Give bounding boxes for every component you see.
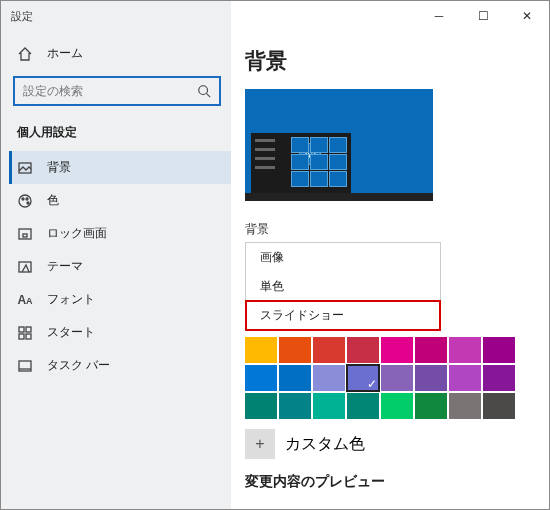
sidebar-item-label: タスク バー: [47, 357, 110, 374]
dropdown-option-image[interactable]: 画像: [246, 243, 440, 272]
color-swatch[interactable]: [279, 365, 311, 391]
start-icon: [17, 325, 33, 341]
sidebar-item-label: 色: [47, 192, 59, 209]
color-swatch[interactable]: [381, 365, 413, 391]
color-swatch[interactable]: [449, 365, 481, 391]
svg-rect-9: [19, 327, 24, 332]
picture-icon: [17, 160, 33, 176]
sidebar-item-background[interactable]: 背景: [9, 151, 231, 184]
sidebar-item-lockscreen[interactable]: ロック画面: [9, 217, 231, 250]
search-box[interactable]: [13, 76, 221, 106]
desktop-preview: Aa: [245, 89, 433, 201]
color-swatch[interactable]: [415, 365, 447, 391]
color-swatch[interactable]: [347, 365, 379, 391]
color-swatch[interactable]: [245, 337, 277, 363]
color-swatch[interactable]: [313, 337, 345, 363]
color-swatch[interactable]: [347, 393, 379, 419]
color-palette: [245, 337, 543, 419]
svg-point-0: [198, 86, 207, 95]
lock-icon: [17, 226, 33, 242]
color-swatch[interactable]: [483, 393, 515, 419]
plus-icon[interactable]: +: [245, 429, 275, 459]
search-input[interactable]: [23, 84, 196, 98]
sidebar-item-label: ロック画面: [47, 225, 107, 242]
taskbar-icon: [17, 358, 33, 374]
color-swatch[interactable]: [279, 337, 311, 363]
home-label: ホーム: [47, 45, 83, 62]
svg-rect-10: [26, 327, 31, 332]
custom-color-row[interactable]: + カスタム色: [245, 429, 543, 459]
svg-point-5: [27, 202, 29, 204]
background-label: 背景: [245, 221, 543, 238]
color-swatch[interactable]: [313, 365, 345, 391]
svg-rect-12: [26, 334, 31, 339]
svg-rect-11: [19, 334, 24, 339]
sidebar-item-label: テーマ: [47, 258, 83, 275]
color-swatch[interactable]: [347, 337, 379, 363]
sidebar-item-label: 背景: [47, 159, 71, 176]
svg-rect-7: [23, 234, 27, 237]
page-title: 背景: [245, 47, 543, 75]
home-link[interactable]: ホーム: [9, 39, 231, 68]
color-swatch[interactable]: [415, 337, 447, 363]
custom-color-label: カスタム色: [285, 434, 365, 455]
color-swatch[interactable]: [381, 393, 413, 419]
sidebar-item-label: スタート: [47, 324, 95, 341]
color-swatch[interactable]: [245, 393, 277, 419]
svg-point-3: [22, 198, 24, 200]
color-swatch[interactable]: [415, 393, 447, 419]
background-dropdown[interactable]: 画像 単色 スライドショー: [245, 242, 441, 331]
window-title: 設定: [11, 9, 33, 24]
color-swatch[interactable]: [483, 365, 515, 391]
sidebar-item-taskbar[interactable]: タスク バー: [9, 349, 231, 382]
color-swatch[interactable]: [483, 337, 515, 363]
color-swatch[interactable]: [449, 337, 481, 363]
dropdown-option-solid[interactable]: 単色: [246, 272, 440, 301]
color-swatch[interactable]: [381, 337, 413, 363]
sidebar: ホーム 個人用設定 背景 色 ロック画面 テーマ: [1, 31, 231, 509]
sidebar-item-colors[interactable]: 色: [9, 184, 231, 217]
svg-point-4: [26, 198, 28, 200]
preview-section-title: 変更内容のプレビュー: [245, 473, 543, 491]
home-icon: [17, 46, 33, 62]
svg-point-2: [19, 195, 31, 207]
sidebar-item-themes[interactable]: テーマ: [9, 250, 231, 283]
dropdown-option-slideshow[interactable]: スライドショー: [246, 301, 440, 330]
color-swatch[interactable]: [245, 365, 277, 391]
search-icon: [196, 83, 211, 99]
maximize-button[interactable]: ☐: [461, 1, 505, 31]
sidebar-item-label: フォント: [47, 291, 95, 308]
color-swatch[interactable]: [279, 393, 311, 419]
color-swatch[interactable]: [449, 393, 481, 419]
sidebar-item-start[interactable]: スタート: [9, 316, 231, 349]
font-icon: AA: [17, 292, 33, 308]
section-title: 個人用設定: [9, 118, 231, 151]
theme-icon: [17, 259, 33, 275]
palette-icon: [17, 193, 33, 209]
minimize-button[interactable]: ─: [417, 1, 461, 31]
close-button[interactable]: ✕: [505, 1, 549, 31]
sidebar-item-fonts[interactable]: AA フォント: [9, 283, 231, 316]
titlebar: 設定 ─ ☐ ✕: [1, 1, 549, 31]
color-swatch[interactable]: [313, 393, 345, 419]
content: 背景 Aa 背景 画像 単色 スライドショー + カスタム色 変更内容: [231, 31, 549, 509]
